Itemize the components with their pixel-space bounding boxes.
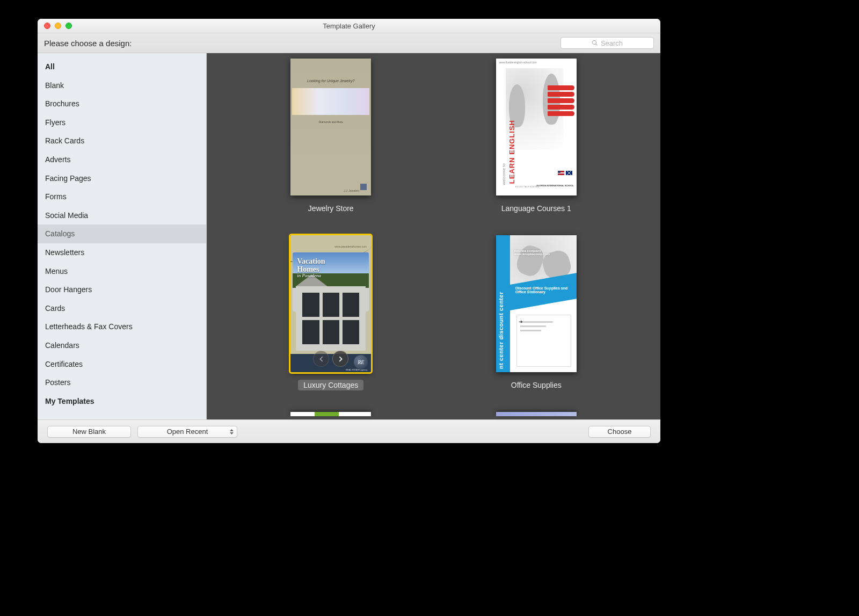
prompt-label: Please choose a design: [44, 39, 132, 48]
thumb-bullets [548, 85, 574, 116]
new-blank-button[interactable]: New Blank [47, 426, 131, 438]
next-page-button[interactable] [332, 351, 348, 367]
uk-flag-icon [566, 171, 572, 175]
template-label: Office Supplies [506, 380, 567, 390]
thumb-headline: Looking for Unique Jewelry? [290, 79, 371, 83]
select-chevrons-icon [230, 429, 234, 434]
sidebar-item-my-templates[interactable]: My Templates [38, 392, 206, 411]
sidebar-item-door-hangers[interactable]: Door Hangers [38, 280, 206, 299]
sidebar-item-blank[interactable]: Blank [38, 76, 206, 95]
sidebar-item-cards[interactable]: Cards [38, 299, 206, 318]
template-gallery-window: Template Gallery Please choose a design:… [38, 19, 660, 443]
titlebar[interactable]: Template Gallery [38, 19, 660, 33]
thumb-school: FLORIDA INTERNATIONAL SCHOOL [536, 184, 573, 187]
thumb-url: www.florida-english-school.com [499, 61, 537, 64]
sidebar-item-facing-pages[interactable]: Facing Pages [38, 169, 206, 188]
template-thumb[interactable]: Looking for Unique Jewelry? Diamonds and… [290, 59, 371, 195]
thumb-flags [558, 171, 572, 175]
template-cell-office-supplies[interactable]: nt center discount center Knopka company… [434, 235, 639, 390]
template-thumb-partial[interactable] [496, 412, 577, 416]
template-thumb[interactable]: nt center discount center Knopka company… [496, 235, 577, 372]
thumb-vertical-red: LEARN ENGLISH [508, 75, 514, 184]
sidebar-item-rack-cards[interactable]: Rack Cards [38, 132, 206, 150]
template-cell-partial-1[interactable] [228, 412, 434, 416]
choose-button[interactable]: Choose [588, 426, 651, 438]
thumb-sub: Diamonds and More [290, 120, 371, 124]
template-thumb-partial[interactable] [290, 412, 371, 416]
category-sidebar[interactable]: All Blank Brochures Flyers Rack Cards Ad… [38, 53, 207, 419]
footer-bar: New Blank Open Recent Choose [38, 419, 660, 443]
sidebar-item-newsletters[interactable]: Newsletters [38, 243, 206, 262]
thumb-agency: REAL ESTATE agency [346, 368, 367, 371]
sidebar-item-social-media[interactable]: Social Media [38, 206, 206, 225]
window-title: Template Gallery [38, 22, 660, 30]
body: All Blank Brochures Flyers Rack Cards Ad… [38, 53, 660, 419]
close-icon[interactable] [44, 23, 50, 29]
sidebar-item-posters[interactable]: Posters [38, 373, 206, 392]
template-cell-partial-2[interactable] [434, 412, 639, 416]
search-input[interactable]: Search [560, 37, 654, 49]
template-label: Luxury Cottages [298, 380, 363, 390]
search-placeholder: Search [601, 39, 623, 47]
template-cell-jewelry-store[interactable]: Looking for Unique Jewelry? Diamonds and… [228, 59, 434, 214]
thumb-sheet [516, 315, 571, 367]
template-label: Language Courses 1 [496, 203, 577, 214]
sidebar-item-calendars[interactable]: Calendars [38, 336, 206, 355]
template-grid: Looking for Unique Jewelry? Diamonds and… [207, 59, 660, 416]
header-row: Please choose a design: Search [38, 33, 660, 53]
sidebar-item-brochures[interactable]: Brochures [38, 95, 206, 113]
prev-page-button[interactable] [313, 351, 329, 367]
thumb-house [296, 286, 366, 351]
thumb-page-nav [313, 351, 348, 367]
zoom-icon[interactable] [65, 23, 72, 29]
sidebar-item-flyers[interactable]: Flyers [38, 113, 206, 132]
window-controls [38, 23, 72, 29]
sidebar-item-menus[interactable]: Menus [38, 262, 206, 281]
minimize-icon[interactable] [55, 23, 61, 29]
template-cell-language-courses[interactable]: www.florida-english-school.com welcome t… [434, 59, 639, 214]
sidebar-item-adverts[interactable]: Adverts [38, 150, 206, 169]
template-cell-luxury-cottages[interactable]: www.pasadenahomes.com VacationHomes in P… [228, 235, 434, 390]
thumb-diag: Discount Office Supplies and Office Stat… [510, 273, 577, 310]
template-label: Jewelry Store [303, 203, 359, 214]
sidebar-item-all[interactable]: All [38, 57, 206, 76]
thumb-title: VacationHomes in Pasadena [297, 258, 325, 279]
sidebar-item-letterheads[interactable]: Letterheads & Fax Covers [38, 317, 206, 336]
arrow-icon: ➔ [519, 319, 523, 324]
sidebar-item-catalogs[interactable]: Catalogs [38, 224, 206, 243]
us-flag-icon [558, 171, 564, 175]
chevron-right-icon [337, 356, 344, 363]
thumb-band: nt center discount center [496, 235, 510, 372]
search-icon [592, 40, 598, 46]
template-thumb[interactable]: www.florida-english-school.com welcome t… [496, 59, 577, 195]
open-recent-select[interactable]: Open Recent [137, 426, 237, 438]
thumb-imagebar [292, 88, 369, 115]
thumb-vertical-grey: welcome to [501, 112, 507, 185]
thumb-logo-icon [360, 184, 367, 190]
thumb-brand: J.J. Jewelers [344, 189, 359, 192]
sidebar-item-forms[interactable]: Forms [38, 187, 206, 206]
chevron-left-icon [318, 356, 325, 363]
template-gallery[interactable]: Looking for Unique Jewelry? Diamonds and… [207, 53, 660, 419]
sidebar-item-certificates[interactable]: Certificates [38, 355, 206, 374]
thumb-company: Knopka companywww.knopkacomp.com [514, 249, 550, 256]
